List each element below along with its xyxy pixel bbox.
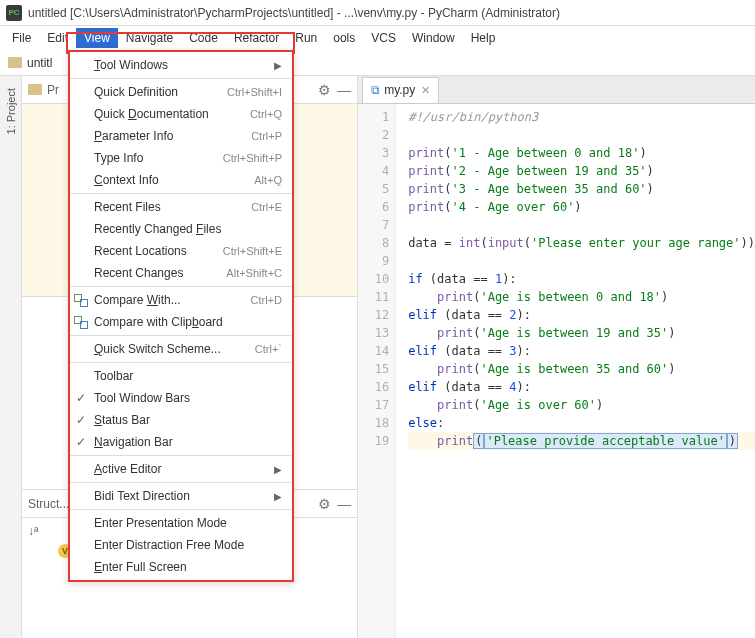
menu-item-label: Status Bar	[94, 413, 282, 427]
chevron-right-icon: ▶	[274, 491, 282, 502]
menu-item-label: Quick Switch Scheme...	[94, 342, 255, 356]
editor-area[interactable]: 12345678910111213141516171819 #!/usr/bin…	[358, 104, 755, 638]
menu-item-tool-windows[interactable]: Tool Windows▶	[70, 54, 292, 76]
menu-vcs[interactable]: VCS	[363, 28, 404, 48]
menu-item-quick-switch-scheme-[interactable]: Quick Switch Scheme...Ctrl+`	[70, 338, 292, 360]
check-icon: ✓	[76, 435, 86, 449]
menu-item-label: Enter Presentation Mode	[94, 516, 282, 530]
menu-item-recently-changed-files[interactable]: Recently Changed Files	[70, 218, 292, 240]
minimize-icon[interactable]: —	[337, 82, 351, 98]
menu-help[interactable]: Help	[463, 28, 504, 48]
menu-item-label: Compare With...	[94, 293, 251, 307]
menu-item-active-editor[interactable]: Active Editor▶	[70, 458, 292, 480]
menu-item-label: Bidi Text Direction	[94, 489, 274, 503]
title-bar: PC untitled [C:\Users\Administrator\Pych…	[0, 0, 755, 26]
menu-item-label: Recent Changes	[94, 266, 226, 280]
menu-item-status-bar[interactable]: ✓Status Bar	[70, 409, 292, 431]
menu-item-label: Tool Window Bars	[94, 391, 282, 405]
menu-item-enter-full-screen[interactable]: Enter Full Screen	[70, 556, 292, 578]
menu-item-label: Compare with Clipboard	[94, 315, 282, 329]
code-line[interactable]: #!/usr/bin/python3	[408, 108, 755, 126]
menu-item-label: Type Info	[94, 151, 223, 165]
code-content[interactable]: #!/usr/bin/python3print('1 - Age between…	[396, 104, 755, 638]
code-line[interactable]: elif (data == 2):	[408, 306, 755, 324]
menu-file[interactable]: File	[4, 28, 39, 48]
editor-tab[interactable]: ⧉ my.py ✕	[362, 77, 439, 103]
code-line[interactable]: print('1 - Age between 0 and 18')	[408, 144, 755, 162]
line-gutter: 12345678910111213141516171819	[358, 104, 396, 638]
shortcut-label: Ctrl+E	[251, 201, 282, 213]
folder-icon	[28, 84, 42, 95]
menu-item-label: Parameter Info	[94, 129, 251, 143]
menu-item-label: Active Editor	[94, 462, 274, 476]
menu-item-label: Toolbar	[94, 369, 282, 383]
menu-item-enter-distraction-free-mode[interactable]: Enter Distraction Free Mode	[70, 534, 292, 556]
code-line[interactable]: elif (data == 3):	[408, 342, 755, 360]
menu-item-enter-presentation-mode[interactable]: Enter Presentation Mode	[70, 512, 292, 534]
code-line[interactable]: print('Age is between 19 and 35')	[408, 324, 755, 342]
gear-icon[interactable]: ⚙	[318, 82, 331, 98]
code-line[interactable]: print('Age is over 60')	[408, 396, 755, 414]
code-line[interactable]: if (data == 1):	[408, 270, 755, 288]
shortcut-label: Ctrl+P	[251, 130, 282, 142]
menu-item-recent-changes[interactable]: Recent ChangesAlt+Shift+C	[70, 262, 292, 284]
project-tool-button[interactable]: 1: Project	[5, 88, 17, 134]
shortcut-label: Ctrl+Shift+E	[223, 245, 282, 257]
menu-ools[interactable]: ools	[325, 28, 363, 48]
structure-panel-label: Struct...	[28, 497, 69, 511]
app-icon: PC	[6, 5, 22, 21]
shortcut-label: Ctrl+Shift+P	[223, 152, 282, 164]
compare-icon	[74, 315, 88, 329]
menu-item-parameter-info[interactable]: Parameter InfoCtrl+P	[70, 125, 292, 147]
menu-item-quick-documentation[interactable]: Quick DocumentationCtrl+Q	[70, 103, 292, 125]
chevron-right-icon: ▶	[274, 60, 282, 71]
menu-window[interactable]: Window	[404, 28, 463, 48]
code-line[interactable]: print('Age is between 35 and 60')	[408, 360, 755, 378]
menu-item-compare-with-[interactable]: Compare With...Ctrl+D	[70, 289, 292, 311]
code-line[interactable]: else:	[408, 414, 755, 432]
project-panel-label: Pr	[47, 83, 59, 97]
minimize-icon[interactable]: —	[337, 496, 351, 512]
menu-item-label: Quick Documentation	[94, 107, 250, 121]
sort-icon[interactable]: ↓ª	[28, 524, 38, 538]
shortcut-label: Alt+Q	[254, 174, 282, 186]
shortcut-label: Ctrl+`	[255, 343, 282, 355]
menu-item-label: Recent Locations	[94, 244, 223, 258]
code-line[interactable]: print('4 - Age over 60')	[408, 198, 755, 216]
editor-column: ⧉ my.py ✕ 12345678910111213141516171819 …	[357, 76, 755, 638]
menu-item-compare-with-clipboard[interactable]: Compare with Clipboard	[70, 311, 292, 333]
code-line[interactable]	[408, 252, 755, 270]
menu-item-bidi-text-direction[interactable]: Bidi Text Direction▶	[70, 485, 292, 507]
menu-item-label: Enter Distraction Free Mode	[94, 538, 282, 552]
code-line[interactable]: elif (data == 4):	[408, 378, 755, 396]
code-line[interactable]: print('2 - Age between 19 and 35')	[408, 162, 755, 180]
menu-item-label: Navigation Bar	[94, 435, 282, 449]
code-line[interactable]	[408, 216, 755, 234]
code-line[interactable]: data = int(input('Please enter your age …	[408, 234, 755, 252]
menu-item-toolbar[interactable]: Toolbar	[70, 365, 292, 387]
code-line[interactable]: print('Please provide acceptable value')	[408, 432, 755, 450]
compare-icon	[74, 293, 88, 307]
menu-item-label: Quick Definition	[94, 85, 227, 99]
breadcrumb-item[interactable]: untitl	[27, 56, 52, 70]
tool-window-strip: 1: Project	[0, 76, 22, 638]
menu-item-recent-locations[interactable]: Recent LocationsCtrl+Shift+E	[70, 240, 292, 262]
menu-item-label: Recent Files	[94, 200, 251, 214]
menu-item-type-info[interactable]: Type InfoCtrl+Shift+P	[70, 147, 292, 169]
menu-item-tool-window-bars[interactable]: ✓Tool Window Bars	[70, 387, 292, 409]
menu-item-label: Context Info	[94, 173, 254, 187]
folder-icon	[8, 57, 22, 68]
close-icon[interactable]: ✕	[421, 84, 430, 97]
menu-item-context-info[interactable]: Context InfoAlt+Q	[70, 169, 292, 191]
chevron-right-icon: ▶	[274, 464, 282, 475]
code-line[interactable]: print('Age is between 0 and 18')	[408, 288, 755, 306]
menu-item-recent-files[interactable]: Recent FilesCtrl+E	[70, 196, 292, 218]
editor-tab-label: my.py	[384, 83, 415, 97]
menu-item-quick-definition[interactable]: Quick DefinitionCtrl+Shift+I	[70, 81, 292, 103]
menu-item-navigation-bar[interactable]: ✓Navigation Bar	[70, 431, 292, 453]
code-line[interactable]	[408, 126, 755, 144]
menu-item-label: Enter Full Screen	[94, 560, 282, 574]
code-line[interactable]: print('3 - Age between 35 and 60')	[408, 180, 755, 198]
gear-icon[interactable]: ⚙	[318, 496, 331, 512]
view-menu-dropdown: Tool Windows▶Quick DefinitionCtrl+Shift+…	[68, 50, 294, 582]
